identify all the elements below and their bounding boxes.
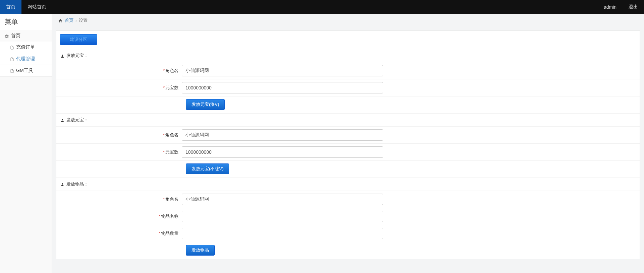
form-row-role-name: *角色名 (56, 191, 640, 208)
top-navbar: 首页 网站首页 admin 退出 (0, 0, 644, 14)
form-label: *物品数量 (56, 228, 182, 238)
panel-header: 发放元宝： (56, 49, 640, 62)
issue-item-button[interactable]: 发放物品 (186, 245, 215, 256)
breadcrumb-separator: › (75, 18, 77, 23)
svg-point-1 (62, 119, 63, 120)
panel-title: 发放物品： (66, 181, 88, 187)
menu-root-label: 首页 (11, 33, 20, 39)
user-icon (60, 53, 64, 58)
item-qty-input[interactable] (182, 228, 383, 239)
role-name-input[interactable] (182, 129, 383, 141)
form-row-item-name: *物品名称 (56, 208, 640, 225)
sidebar-item-label: 充值订单 (16, 44, 35, 50)
main: 首页 › 设置 建设分区 发放元宝： *角色名 (52, 14, 644, 273)
sidebar-item-recharge[interactable]: 充值订单 (0, 42, 52, 53)
panel-header: 发放元宝： (56, 114, 640, 126)
button-row: 发放物品 (56, 242, 640, 259)
menu-root: 首页 充值订单 代理管理 (0, 30, 52, 77)
nav-user[interactable]: admin (598, 0, 623, 14)
sidebar-item-label: GM工具 (16, 68, 33, 74)
panel-issue-item: 发放物品： *角色名 *物品名称 *物品数量 发放物品 (56, 178, 640, 259)
create-partition-button[interactable]: 建设分区 (60, 34, 97, 45)
sidebar-item-gmtools[interactable]: GM工具 (0, 65, 52, 77)
nav-home[interactable]: 首页 (0, 0, 21, 14)
user-icon (60, 118, 64, 123)
form-label: *角色名 (56, 130, 182, 140)
role-name-input[interactable] (182, 65, 383, 76)
button-row: 发放元宝(不涨V) (56, 160, 640, 178)
layout: 菜单 首页 充值订单 代理管理 (0, 14, 644, 273)
issue-yuanbao-v-button[interactable]: 发放元宝(涨V) (186, 99, 225, 110)
home-icon (58, 18, 63, 23)
form-label: *角色名 (56, 66, 182, 76)
form-row-role-name: *角色名 (56, 126, 640, 143)
breadcrumb-home-link[interactable]: 首页 (65, 17, 73, 23)
item-name-input[interactable] (182, 211, 383, 222)
form-row-item-qty: *物品数量 (56, 225, 640, 242)
sidebar-item-agent[interactable]: 代理管理 (0, 53, 52, 65)
svg-point-0 (62, 55, 63, 56)
form-label: *元宝数 (56, 147, 182, 157)
yuanbao-count-input[interactable] (182, 146, 383, 158)
breadcrumb-current: 设置 (79, 17, 88, 23)
breadcrumb: 首页 › 设置 (52, 14, 644, 27)
form-row-yuanbao-count: *元宝数 (56, 143, 640, 160)
panel-issue-yuanbao-nov: 发放元宝： *角色名 *元宝数 发放元宝(不涨V) (56, 113, 640, 178)
form-row-yuanbao-count: *元宝数 (56, 79, 640, 96)
top-button-row: 建设分区 (56, 31, 640, 49)
user-icon (60, 182, 64, 187)
document-icon (10, 56, 14, 62)
menu-root-home[interactable]: 首页 (0, 30, 52, 42)
form-label: *物品名称 (56, 211, 182, 221)
document-icon (10, 68, 14, 73)
sidebar-item-label: 代理管理 (16, 56, 35, 62)
form-label: *元宝数 (56, 83, 182, 93)
panel-header: 发放物品： (56, 178, 640, 191)
sidebar: 菜单 首页 充值订单 代理管理 (0, 14, 52, 273)
svg-point-2 (62, 183, 63, 185)
sidebar-title: 菜单 (0, 14, 52, 30)
document-icon (10, 45, 14, 50)
navbar-left: 首页 网站首页 (0, 0, 52, 14)
panel-issue-yuanbao-v: 发放元宝： *角色名 *元宝数 发放元宝(涨V) (56, 49, 640, 113)
navbar-right: admin 退出 (598, 0, 644, 14)
content-panel: 建设分区 发放元宝： *角色名 *元宝数 (56, 30, 640, 259)
form-label: *角色名 (56, 194, 182, 204)
panel-title: 发放元宝： (66, 117, 88, 123)
yuanbao-count-input[interactable] (182, 82, 383, 93)
role-name-input[interactable] (182, 194, 383, 205)
nav-logout[interactable]: 退出 (623, 0, 644, 14)
gear-icon (5, 33, 9, 38)
nav-site-home[interactable]: 网站首页 (21, 0, 52, 14)
panel-title: 发放元宝： (66, 53, 88, 59)
issue-yuanbao-nov-button[interactable]: 发放元宝(不涨V) (186, 163, 229, 174)
button-row: 发放元宝(涨V) (56, 96, 640, 113)
menu-sub-list: 充值订单 代理管理 GM工具 (0, 42, 52, 77)
form-row-role-name: *角色名 (56, 62, 640, 79)
